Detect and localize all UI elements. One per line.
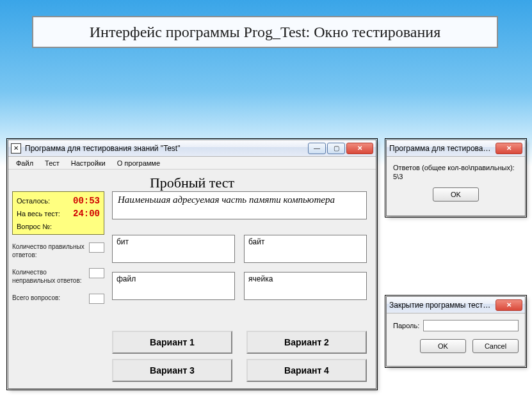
results-message: Ответов (общее кол-во\правильных): 5\3: [393, 163, 519, 181]
menu-about[interactable]: О программе: [112, 158, 165, 168]
menubar: Файл Тест Настройки О программе: [8, 157, 376, 170]
minimize-button[interactable]: —: [308, 143, 326, 154]
remaining-label: Осталось:: [17, 194, 50, 207]
app-icon: ✕: [11, 143, 21, 154]
variant-2-button[interactable]: Вариант 2: [246, 331, 367, 354]
menu-test[interactable]: Тест: [40, 158, 65, 168]
close-cancel-button[interactable]: Cancel: [472, 339, 519, 353]
answer-4[interactable]: ячейка: [244, 272, 367, 300]
correct-count-label: Количество правильных ответов:: [12, 242, 86, 259]
close-button[interactable]: ✕: [346, 143, 373, 154]
results-message-line2: 5\3: [393, 173, 403, 180]
results-close-button[interactable]: ✕: [496, 143, 522, 154]
stats-panel: Количество правильных ответов: Количеств…: [12, 242, 104, 313]
variant-row-2: Вариант 3 Вариант 4: [112, 359, 367, 382]
variant-row-1: Вариант 1 Вариант 2: [112, 331, 367, 354]
remaining-value: 00:53: [73, 194, 100, 207]
total-time-label: На весь тест:: [17, 207, 60, 220]
slide-title-text: Интерфейс программы Prog_Test: Окно тест…: [90, 24, 440, 41]
close-dialog: Закрытие программы тестиров... ✕ Пароль:…: [386, 296, 526, 367]
main-window: ✕ Программа для тестирования знаний "Tes…: [8, 139, 376, 389]
answer-1[interactable]: бит: [112, 235, 235, 263]
titlebar[interactable]: ✕ Программа для тестирования знаний "Tes…: [8, 140, 376, 157]
test-heading: Пробный тест: [12, 175, 372, 191]
slide-title-box: Интерфейс программы Prog_Test: Окно тест…: [32, 16, 498, 48]
total-time-value: 24:00: [73, 207, 100, 220]
variant-1-button[interactable]: Вариант 1: [112, 331, 232, 354]
variant-4-button[interactable]: Вариант 4: [246, 359, 367, 382]
results-dialog: Программа для тестирования з... ✕ Ответо…: [386, 139, 526, 216]
results-title: Программа для тестирования з...: [389, 144, 494, 153]
answer-2[interactable]: байт: [244, 235, 367, 263]
results-message-line1: Ответов (общее кол-во\правильных):: [393, 164, 515, 171]
password-label: Пароль:: [393, 322, 419, 329]
results-ok-button[interactable]: OK: [433, 187, 479, 202]
password-input[interactable]: [423, 320, 519, 331]
close-body: Пароль: OK Cancel: [387, 313, 525, 366]
wrong-count-label: Количество неправильных ответов:: [12, 268, 86, 285]
timer-panel: Осталось: 00:53 На весь тест: 24:00 Вопр…: [12, 191, 104, 235]
menu-file[interactable]: Файл: [11, 158, 38, 168]
answer-3[interactable]: файл: [112, 272, 235, 300]
closedlg-close-button[interactable]: ✕: [496, 299, 522, 311]
close-titlebar[interactable]: Закрытие программы тестиров... ✕: [387, 297, 525, 313]
question-text: Наименьшая адресуемая часть памяти компь…: [112, 191, 367, 219]
window-title: Программа для тестирования знаний "Test": [25, 144, 307, 153]
results-body: Ответов (общее кол-во\правильных): 5\3 O…: [387, 157, 525, 216]
maximize-button[interactable]: ▢: [327, 143, 345, 154]
correct-count-value: [89, 242, 104, 253]
answers-grid: бит байт файл ячейка: [112, 235, 367, 300]
total-questions-label: Всего вопросов:: [12, 294, 86, 304]
close-title: Закрытие программы тестиров...: [389, 301, 494, 310]
total-questions-value: [89, 294, 104, 304]
wrong-count-value: [89, 268, 104, 278]
variant-3-button[interactable]: Вариант 3: [112, 359, 232, 382]
question-no-label: Вопрос №:: [17, 220, 52, 233]
menu-settings[interactable]: Настройки: [66, 158, 111, 168]
close-ok-button[interactable]: OK: [420, 339, 466, 353]
client-area: Пробный тест Осталось: 00:53 На весь тес…: [8, 170, 376, 388]
results-titlebar[interactable]: Программа для тестирования з... ✕: [387, 140, 525, 157]
